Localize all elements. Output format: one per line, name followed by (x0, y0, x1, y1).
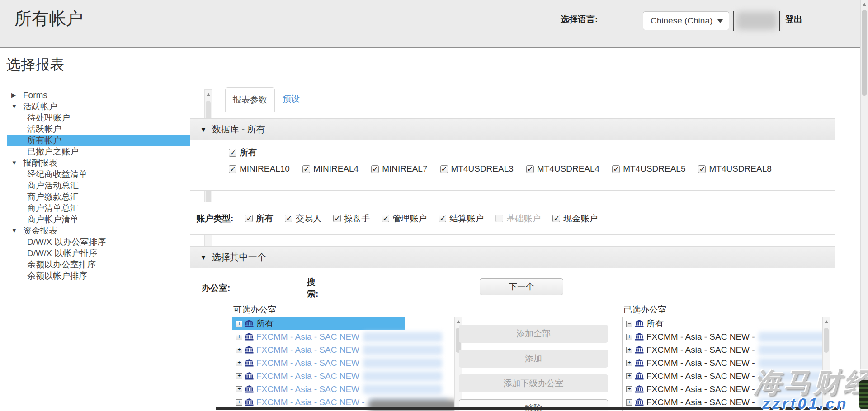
sidebar-item[interactable]: 活跃帐户 (7, 123, 204, 135)
checkbox-option[interactable]: 所有 (229, 147, 257, 159)
checkbox[interactable] (495, 215, 503, 222)
checkbox-option[interactable]: 所有 (245, 213, 273, 224)
page-scrollbar[interactable] (860, 0, 868, 411)
scrollbar-thumb[interactable] (862, 10, 867, 96)
checkbox-label: 交易人 (296, 213, 321, 224)
scroll-up-icon[interactable] (207, 93, 210, 96)
office-building-icon (245, 398, 254, 406)
sidebar-item[interactable]: 余额以办公室排序 (7, 259, 204, 270)
checkbox-option[interactable]: MT4USDREAL5 (612, 164, 685, 174)
sidebar-item[interactable]: 待处理账户 (7, 112, 204, 123)
checkbox[interactable] (285, 215, 292, 222)
transfer-button[interactable]: 添加 (459, 350, 608, 368)
redaction-blur (363, 384, 442, 394)
transfer-button[interactable]: 添加全部 (459, 325, 608, 343)
tree-arrow-icon[interactable] (11, 92, 23, 98)
checkbox[interactable] (382, 215, 389, 222)
scroll-up-icon[interactable] (825, 320, 828, 323)
checkbox[interactable] (302, 165, 310, 173)
office-tree-row[interactable]: + 所有 (232, 317, 462, 330)
checkbox[interactable] (440, 165, 448, 173)
sidebar-item[interactable]: 已撤户之账户 (7, 146, 204, 157)
tree-expander-icon[interactable]: + (236, 321, 242, 327)
tree-expander-icon[interactable]: − (626, 321, 632, 327)
transfer-button[interactable]: 添加下级办公室 (459, 374, 608, 392)
tree-expander-icon[interactable]: + (236, 386, 242, 392)
office-tree-row[interactable]: − 所有 (623, 317, 830, 330)
tree-expander-icon[interactable]: + (626, 373, 632, 379)
sidebar-item[interactable]: 资金报表 (7, 225, 204, 236)
tree-expander-icon[interactable]: + (236, 360, 242, 366)
tree-expander-icon[interactable]: + (626, 399, 632, 406)
checkbox[interactable] (229, 149, 236, 157)
checkbox-option[interactable]: MINIREAL10 (229, 164, 290, 174)
office-tree-row[interactable]: + FXCMM - Asia - SAC NEW - (623, 343, 830, 356)
next-button[interactable]: 下一个 (480, 278, 563, 295)
checkbox[interactable] (439, 215, 446, 222)
checkbox[interactable] (245, 215, 253, 222)
checkbox[interactable] (333, 215, 341, 222)
checkbox-option[interactable]: MT4USDREAL3 (440, 164, 514, 174)
sidebar-item[interactable]: 商户缴款总汇 (7, 191, 204, 202)
office-panel-header[interactable]: ▼ 选择其中一个 (190, 247, 835, 268)
tree-expander-icon[interactable]: + (626, 386, 632, 392)
checkbox[interactable] (371, 165, 379, 173)
checkbox-label: 现金账户 (563, 213, 598, 224)
checkbox-option[interactable]: MINIREAL7 (371, 164, 427, 174)
office-tree-row[interactable]: + FXCMM - Asia - SAC NEW (232, 356, 462, 369)
tree-expander-icon[interactable]: + (236, 373, 242, 379)
scroll-up-icon[interactable] (863, 3, 866, 6)
search-input[interactable] (336, 281, 462, 295)
office-building-icon (245, 359, 254, 367)
checkbox-option[interactable]: 操盘手 (333, 213, 370, 224)
tree-expander-icon[interactable]: + (626, 360, 632, 366)
checkbox-option[interactable]: 结算账户 (439, 213, 484, 224)
sidebar-item[interactable]: D/W/X 以办公室排序 (7, 236, 204, 248)
language-select[interactable]: Chinese (China) (643, 11, 729, 30)
checkbox-option[interactable]: 现金账户 (552, 213, 598, 224)
checkbox[interactable] (698, 165, 706, 173)
checkbox-option[interactable]: 管理账户 (382, 213, 427, 224)
tree-expander-icon[interactable]: + (236, 334, 242, 340)
sidebar-item[interactable]: 活跃帐户 (7, 101, 204, 112)
sidebar-item[interactable]: 报酬报表 (7, 157, 204, 168)
office-tree-row[interactable]: + FXCMM - Asia - SAC NEW (232, 343, 462, 356)
tree-expander-icon[interactable]: + (236, 399, 242, 406)
sidebar-item[interactable]: Forms (7, 89, 204, 101)
tree-arrow-icon[interactable] (11, 159, 23, 166)
sidebar-item[interactable]: 所有帐户 (7, 135, 204, 146)
collapse-triangle-icon: ▼ (200, 254, 207, 261)
tree-expander-icon[interactable]: + (236, 347, 242, 353)
checkbox-option[interactable]: 交易人 (285, 213, 321, 224)
sidebar-item[interactable]: 余额以帐户排序 (7, 270, 204, 281)
tree-expander-icon[interactable]: + (626, 334, 632, 340)
office-tree-row[interactable]: + FXCMM - Asia - SAC NEW (232, 369, 462, 383)
tree-expander-icon[interactable]: + (626, 347, 632, 353)
office-tree-row[interactable]: + FXCMM - Asia - SAC NEW (232, 330, 462, 343)
checkbox[interactable] (612, 165, 620, 173)
sidebar-item[interactable]: 商户帐户清单 (7, 214, 204, 225)
scrollbar-thumb[interactable] (824, 328, 829, 353)
scroll-up-icon[interactable] (457, 320, 460, 323)
checkbox-option[interactable]: MT4USDREAL4 (526, 164, 599, 174)
checkbox-option[interactable]: 基础账户 (495, 213, 541, 224)
checkbox[interactable] (526, 165, 534, 173)
checkbox[interactable] (552, 215, 560, 222)
sidebar-item[interactable]: 商户清单总汇 (7, 202, 204, 214)
sidebar-item[interactable]: 经纪商收益清单 (7, 168, 204, 180)
database-panel-header[interactable]: ▼ 数据库 - 所有 (190, 119, 835, 140)
office-building-icon (245, 346, 254, 354)
logout-link[interactable]: 登出 (785, 14, 802, 25)
tab-report-params[interactable]: 报表参数 (225, 87, 275, 112)
checkbox-option[interactable]: MINIREAL4 (302, 164, 359, 174)
checkbox-option[interactable]: MT4USDREAL8 (698, 164, 771, 174)
tree-arrow-icon[interactable] (11, 227, 23, 234)
sidebar-item[interactable]: 商户活动总汇 (7, 180, 204, 191)
checkbox[interactable] (229, 165, 236, 173)
sidebar-item[interactable]: D/W/X 以帐户排序 (7, 248, 204, 259)
watermark-graphic (859, 380, 868, 409)
tree-arrow-icon[interactable] (11, 103, 23, 110)
office-tree-row[interactable]: + FXCMM - Asia - SAC NEW (232, 383, 462, 396)
tab-presets[interactable]: 预设 (283, 93, 300, 105)
office-tree-row[interactable]: + FXCMM - Asia - SAC NEW - (623, 330, 830, 343)
